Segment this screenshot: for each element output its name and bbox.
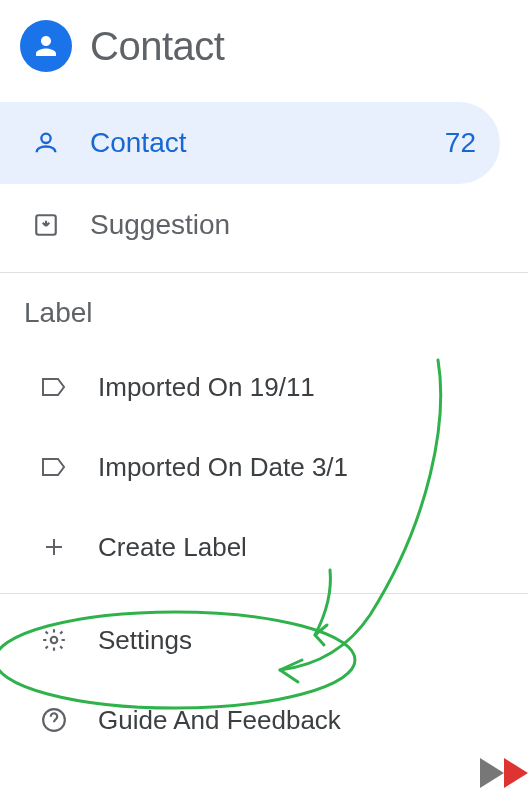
suggestion-icon [32, 211, 60, 239]
help-label: Guide And Feedback [98, 705, 341, 736]
create-label-text: Create Label [98, 532, 247, 563]
nav-label-contact: Contact [90, 127, 415, 159]
section-label-labels: Label [0, 279, 528, 347]
nav-count-contact: 72 [445, 127, 476, 159]
app-header: Contact [0, 0, 528, 102]
person-outline-icon [32, 129, 60, 157]
label-item[interactable]: Imported On Date 3/1 [0, 427, 528, 507]
nav-label-suggestion: Suggestion [90, 209, 504, 241]
settings-label: Settings [98, 625, 192, 656]
nav-item-help[interactable]: Guide And Feedback [0, 680, 528, 760]
label-text: Imported On Date 3/1 [98, 452, 348, 483]
help-icon [40, 706, 68, 734]
label-icon [40, 373, 68, 401]
app-logo-avatar [20, 20, 72, 72]
label-item[interactable]: Imported On 19/11 [0, 347, 528, 427]
page-title: Contact [90, 24, 224, 69]
gear-icon [40, 626, 68, 654]
nav-item-suggestion[interactable]: Suggestion [0, 184, 528, 266]
plus-icon [40, 533, 68, 561]
create-label-button[interactable]: Create Label [0, 507, 528, 587]
svg-point-1 [51, 637, 58, 644]
nav-item-settings[interactable]: Settings [0, 600, 528, 680]
label-icon [40, 453, 68, 481]
svg-marker-5 [504, 758, 528, 788]
divider [0, 272, 528, 273]
label-text: Imported On 19/11 [98, 372, 315, 403]
nav-item-contact[interactable]: Contact 72 [0, 102, 500, 184]
svg-marker-4 [480, 758, 504, 788]
divider [0, 593, 528, 594]
watermark-logo [480, 758, 528, 788]
person-filled-icon [31, 31, 61, 61]
